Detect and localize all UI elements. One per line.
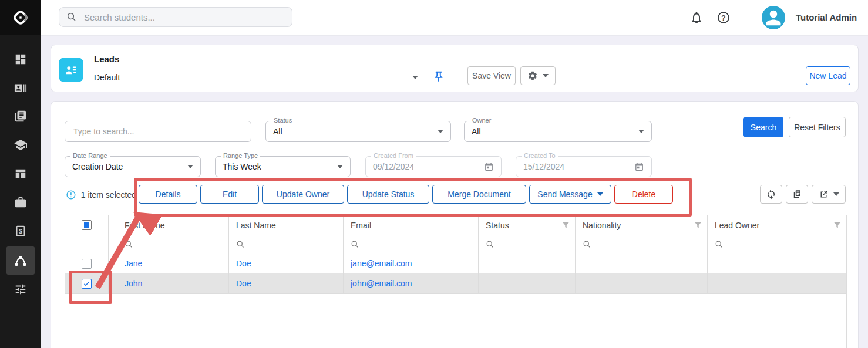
global-search-input[interactable] xyxy=(83,12,285,23)
help-icon: ? xyxy=(716,11,731,25)
filter-funnel-icon[interactable] xyxy=(561,221,570,229)
table-header-row: First Name Last Name Email Status Nation… xyxy=(65,215,847,235)
first-name-link[interactable]: Jane xyxy=(125,259,142,268)
last-name-link[interactable]: Doe xyxy=(236,259,251,268)
update-owner-button[interactable]: Update Owner xyxy=(262,185,344,204)
owner-filter-select[interactable]: Owner All xyxy=(464,121,652,142)
chevron-down-icon xyxy=(337,165,343,168)
range-type-label: Range Type xyxy=(221,152,260,159)
table-row[interactable]: Jane Doe jane@email.com xyxy=(65,254,847,273)
search-status[interactable] xyxy=(479,235,576,254)
col-header-last-name[interactable]: Last Name xyxy=(229,215,344,235)
search-lead-owner[interactable] xyxy=(708,235,847,254)
column-search-row xyxy=(65,235,847,254)
select-all-checkbox[interactable] xyxy=(82,220,92,230)
layout-icon xyxy=(14,167,27,180)
avatar[interactable] xyxy=(762,6,785,29)
sidebar-item-contacts[interactable] xyxy=(6,74,35,102)
dashboard-icon xyxy=(14,53,27,66)
sidebar-item-layout[interactable] xyxy=(6,160,35,188)
first-name-link[interactable]: John xyxy=(125,279,142,288)
delete-label: Delete xyxy=(632,190,655,199)
merge-document-label: Merge Document xyxy=(448,190,510,199)
save-view-button[interactable]: Save View xyxy=(467,66,516,85)
chevron-down-icon xyxy=(597,192,603,196)
cell-status xyxy=(479,273,576,293)
view-selector[interactable]: Default xyxy=(94,68,426,87)
col-label: First Name xyxy=(125,221,164,230)
created-from-value: 09/12/2024 xyxy=(373,162,484,171)
col-header-email[interactable]: Email xyxy=(344,215,479,235)
email-link[interactable]: john@email.com xyxy=(351,279,412,288)
sidebar-item-education[interactable] xyxy=(6,131,35,159)
sidebar-item-dashboard[interactable] xyxy=(6,45,35,73)
search-nationality[interactable] xyxy=(576,235,708,254)
row-checkbox-checked[interactable] xyxy=(82,279,92,289)
update-status-button[interactable]: Update Status xyxy=(347,185,429,204)
quick-search-input[interactable] xyxy=(72,126,244,137)
sidebar-item-billing[interactable]: $ xyxy=(6,217,35,245)
col-header-status[interactable]: Status xyxy=(479,215,576,235)
email-link[interactable]: jane@email.com xyxy=(351,259,412,268)
new-lead-button[interactable]: New Lead xyxy=(806,66,850,85)
global-search[interactable] xyxy=(59,7,292,27)
col-header-first-name[interactable]: First Name xyxy=(117,215,229,235)
table-row-selected[interactable]: John Doe john@email.com xyxy=(65,273,847,294)
merge-document-button[interactable]: Merge Document xyxy=(432,185,526,204)
sidebar-item-pages[interactable] xyxy=(6,102,35,130)
owner-filter-value: All xyxy=(472,127,638,136)
calendar-icon[interactable] xyxy=(484,162,494,172)
owner-filter-label: Owner xyxy=(470,117,493,124)
send-message-label: Send Message xyxy=(537,190,592,199)
reset-filters-button[interactable]: Reset Filters xyxy=(789,117,846,137)
search-cell xyxy=(65,235,109,254)
delete-button[interactable]: Delete xyxy=(614,185,673,204)
sidebar: $ xyxy=(0,0,41,348)
send-message-button[interactable]: Send Message xyxy=(529,185,611,204)
leads-table: First Name Last Name Email Status Nation… xyxy=(65,215,847,294)
calendar-icon[interactable] xyxy=(634,162,644,172)
status-filter-select[interactable]: Status All xyxy=(265,121,451,142)
sidebar-item-leads-active[interactable] xyxy=(6,246,35,275)
filter-funnel-icon[interactable] xyxy=(833,221,842,229)
col-header-lead-owner[interactable]: Lead Owner xyxy=(708,215,847,235)
sidebar-item-briefcase[interactable] xyxy=(6,188,35,217)
col-header-nationality[interactable]: Nationality xyxy=(576,215,708,235)
sidebar-item-settings[interactable] xyxy=(6,275,35,303)
app-window: ? Tutorial Admin xyxy=(0,0,868,348)
view-settings-button[interactable] xyxy=(520,66,556,85)
help-button[interactable]: ? xyxy=(715,9,732,26)
search-first-name[interactable] xyxy=(117,235,229,254)
choose-columns-button[interactable] xyxy=(786,185,808,204)
notifications-button[interactable] xyxy=(688,9,705,26)
table-right-border xyxy=(846,276,847,348)
edit-button[interactable]: Edit xyxy=(200,185,259,204)
cell-last-name: Doe xyxy=(229,273,344,293)
range-type-select[interactable]: Range Type This Week xyxy=(215,156,351,177)
row-checkbox[interactable] xyxy=(82,259,92,269)
chevron-down-icon xyxy=(833,192,839,196)
cell-last-name: Doe xyxy=(229,254,344,273)
spacer-cell xyxy=(109,273,117,293)
cell-email: jane@email.com xyxy=(344,254,479,273)
search-email[interactable] xyxy=(344,235,479,254)
refresh-button[interactable] xyxy=(760,185,782,204)
export-button[interactable] xyxy=(812,185,846,204)
date-range-select[interactable]: Date Range Creation Date xyxy=(65,156,201,177)
pages-icon xyxy=(14,110,27,123)
created-from-field[interactable]: Created From 09/12/2024 xyxy=(365,156,502,177)
cell-nationality xyxy=(576,254,708,273)
app-logo[interactable] xyxy=(0,0,41,35)
status-filter-value: All xyxy=(273,127,438,136)
new-lead-label: New Lead xyxy=(809,71,846,80)
search-last-name[interactable] xyxy=(229,235,344,254)
contact-card-icon xyxy=(14,82,27,94)
created-to-field[interactable]: Created To 15/12/2024 xyxy=(516,156,652,177)
details-button[interactable]: Details xyxy=(139,185,197,204)
last-name-link[interactable]: Doe xyxy=(236,279,251,288)
search-button[interactable]: Search xyxy=(743,117,783,137)
quick-search-field[interactable] xyxy=(65,121,251,142)
filter-funnel-icon[interactable] xyxy=(694,221,702,229)
pin-view-button[interactable] xyxy=(431,69,446,85)
pin-icon xyxy=(432,70,445,83)
